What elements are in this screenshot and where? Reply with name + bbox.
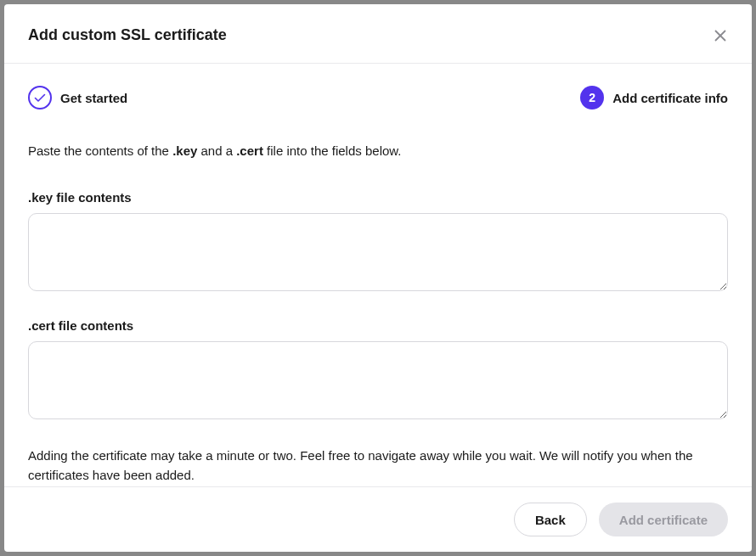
cert-field-group: .cert file contents: [28, 318, 728, 423]
modal-header: Add custom SSL certificate: [4, 4, 752, 64]
add-certificate-button[interactable]: Add certificate: [599, 503, 728, 536]
key-field-group: .key file contents: [28, 190, 728, 295]
cert-file-textarea[interactable]: [28, 341, 728, 419]
instruction-mid: and a: [197, 143, 236, 158]
close-icon[interactable]: [713, 28, 728, 43]
key-field-label: .key file contents: [28, 190, 728, 205]
checkmark-icon: [28, 86, 52, 110]
step-label: Add certificate info: [612, 91, 728, 105]
step-get-started[interactable]: Get started: [28, 86, 127, 110]
back-button[interactable]: Back: [514, 503, 587, 536]
instruction-suffix: file into the fields below.: [263, 143, 402, 158]
step-label: Get started: [60, 91, 127, 105]
cert-field-label: .cert file contents: [28, 318, 728, 333]
modal-title: Add custom SSL certificate: [28, 26, 227, 44]
step-add-certificate-info: 2 Add certificate info: [580, 86, 728, 110]
ssl-certificate-modal: Add custom SSL certificate Get started 2…: [4, 4, 752, 552]
modal-body: Get started 2 Add certificate info Paste…: [4, 64, 752, 486]
modal-footer: Back Add certificate: [4, 486, 752, 552]
instruction-cert-ext: .cert: [236, 143, 263, 158]
stepper: Get started 2 Add certificate info: [28, 86, 728, 110]
instruction-key-ext: .key: [172, 143, 197, 158]
note-text: Adding the certificate may take a minute…: [28, 446, 728, 485]
instruction-text: Paste the contents of the .key and a .ce…: [28, 142, 728, 160]
key-file-textarea[interactable]: [28, 213, 728, 291]
instruction-prefix: Paste the contents of the: [28, 143, 172, 158]
step-number-badge: 2: [580, 86, 604, 110]
